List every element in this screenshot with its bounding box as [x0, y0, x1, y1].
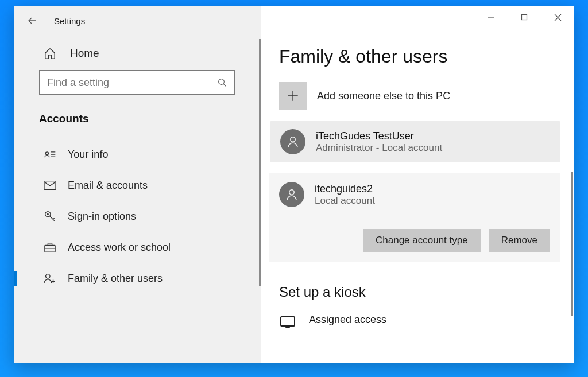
- sidebar-item-label: Your info: [68, 149, 108, 161]
- sidebar-item-label: Email & accounts: [68, 180, 148, 192]
- sidebar-item-family[interactable]: Family & other users: [14, 263, 261, 294]
- search-input[interactable]: [47, 77, 217, 89]
- user-role: Local account: [315, 195, 375, 207]
- minimize-button[interactable]: [474, 6, 508, 29]
- settings-window: Settings Home Accounts Your info: [14, 6, 574, 363]
- title-bar: Settings: [14, 6, 261, 36]
- change-account-type-button[interactable]: Change account type: [363, 229, 481, 252]
- svg-point-9: [289, 190, 294, 195]
- svg-point-4: [47, 213, 49, 215]
- remove-user-button[interactable]: Remove: [489, 229, 550, 252]
- nav-home[interactable]: Home: [14, 36, 261, 70]
- sidebar: Settings Home Accounts Your info: [14, 6, 261, 363]
- svg-rect-10: [281, 317, 295, 326]
- kiosk-lines: Assigned access: [309, 314, 386, 326]
- svg-rect-2: [44, 181, 56, 190]
- svg-point-8: [291, 137, 295, 142]
- mail-icon: [42, 180, 57, 191]
- avatar: [280, 129, 305, 154]
- search-icon: [217, 77, 227, 88]
- add-user-row[interactable]: Add someone else to this PC: [279, 81, 574, 111]
- people-add-icon: [42, 272, 57, 285]
- maximize-button[interactable]: [508, 6, 541, 29]
- user-info: iTechGudes TestUser Administrator - Loca…: [316, 130, 442, 154]
- nav-home-label: Home: [70, 47, 99, 60]
- sidebar-item-work-school[interactable]: Access work or school: [14, 232, 261, 263]
- plus-icon: [279, 82, 307, 110]
- arrow-left-icon: [27, 15, 37, 26]
- sidebar-item-signin[interactable]: Sign-in options: [14, 201, 261, 232]
- add-user-label: Add someone else to this PC: [317, 90, 450, 102]
- search-box[interactable]: [39, 70, 235, 95]
- sidebar-section-header: Accounts: [14, 95, 261, 135]
- sidebar-nav: Your info Email & accounts Sign-in optio…: [14, 135, 261, 294]
- user-role: Administrator - Local account: [316, 142, 442, 154]
- svg-rect-7: [522, 15, 527, 20]
- window-title: Settings: [54, 16, 85, 26]
- user-name: iTechGudes TestUser: [316, 130, 442, 142]
- user-card-expanded: itechguides2 Local account Change accoun…: [269, 173, 560, 262]
- user-actions: Change account type Remove: [269, 223, 560, 262]
- sidebar-item-your-info[interactable]: Your info: [14, 139, 261, 170]
- close-button[interactable]: [541, 6, 574, 29]
- kiosk-item-title: Assigned access: [309, 314, 386, 326]
- svg-point-1: [45, 152, 48, 155]
- sidebar-item-label: Sign-in options: [68, 211, 136, 223]
- user-card[interactable]: itechguides2 Local account: [269, 173, 560, 213]
- user-card-icon: [42, 149, 57, 160]
- home-icon: [42, 47, 57, 60]
- avatar: [279, 182, 304, 207]
- briefcase-icon: [42, 242, 57, 253]
- user-card[interactable]: iTechGudes TestUser Administrator - Loca…: [270, 121, 560, 162]
- sidebar-item-email[interactable]: Email & accounts: [14, 170, 261, 201]
- content-pane: Family & other users Add someone else to…: [261, 6, 574, 363]
- kiosk-item[interactable]: Assigned access: [279, 314, 574, 331]
- window-controls: [474, 6, 574, 29]
- content-scrollbar[interactable]: [571, 172, 573, 316]
- sidebar-item-label: Family & other users: [68, 273, 163, 285]
- user-info: itechguides2 Local account: [315, 183, 375, 207]
- key-icon: [42, 210, 57, 223]
- user-name: itechguides2: [315, 183, 375, 195]
- svg-point-6: [46, 274, 50, 278]
- back-button[interactable]: [21, 9, 44, 32]
- page-title: Family & other users: [279, 46, 574, 67]
- monitor-icon: [279, 315, 296, 331]
- kiosk-heading: Set up a kiosk: [279, 284, 574, 300]
- sidebar-item-label: Access work or school: [68, 242, 171, 254]
